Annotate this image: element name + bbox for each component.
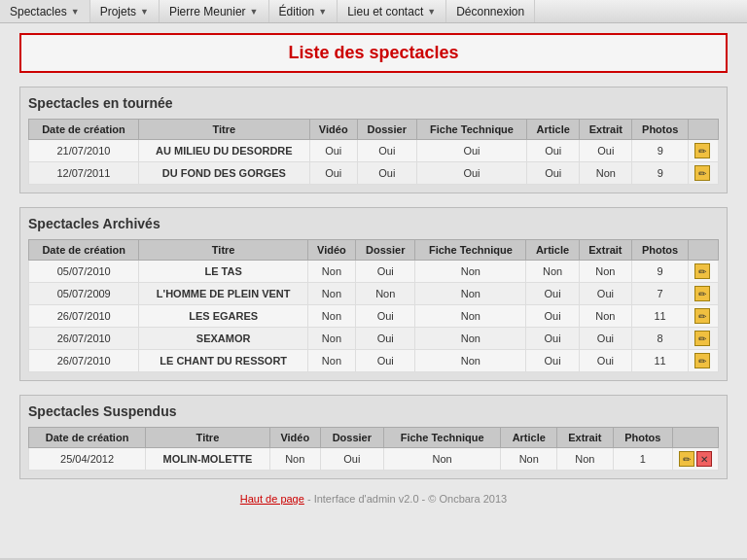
cell-0-1-3: Oui: [357, 162, 416, 185]
nav-projets-label: Projets: [100, 5, 136, 18]
nav-lieu-contact-label: Lieu et contact: [347, 5, 423, 18]
cell-0-0-6: Oui: [580, 140, 632, 162]
cell-1-2-7: 11: [632, 305, 689, 328]
cell-0-0-7: 9: [632, 140, 689, 162]
cell-1-1-7: 7: [632, 283, 689, 305]
cell-1-0-4: Non: [415, 261, 526, 283]
table-row: 26/07/2010SEXAMORNonOuiNonOuiOui8✏: [29, 328, 719, 350]
cell-1-0-5: Non: [526, 261, 579, 283]
section-title-1: Spectacles Archivés: [28, 216, 719, 231]
cell-1-0-0: 05/07/2010: [29, 261, 139, 283]
cell-1-1-1: L'HOMME DE PLEIN VENT: [139, 283, 307, 305]
cell-0-0-2: Oui: [309, 140, 357, 162]
cell-1-2-0: 26/07/2010: [29, 305, 139, 328]
cell-0-0-5: Oui: [527, 140, 580, 162]
section-title-2: Spectacles Suspendus: [28, 403, 719, 419]
edit-button-1-1[interactable]: ✏: [694, 286, 710, 301]
cell-1-2-6: Non: [579, 305, 631, 328]
cell-0-0-3: Oui: [357, 140, 416, 162]
edit-button-2-0[interactable]: ✏: [679, 451, 694, 467]
edit-button-0-0[interactable]: ✏: [694, 143, 710, 158]
delete-button-2-0[interactable]: ✕: [696, 451, 712, 467]
cell-2-0-2: Non: [269, 448, 320, 471]
col-header-0-8: [689, 120, 719, 140]
col-header-1-2: Vidéo: [307, 240, 355, 261]
col-header-0-1: Titre: [138, 120, 309, 140]
col-header-1-3: Dossier: [356, 240, 415, 261]
cell-0-0-0: 21/07/2010: [29, 140, 139, 162]
cell-actions-1-4: ✏: [689, 350, 719, 372]
cell-0-0-4: Oui: [416, 140, 526, 162]
cell-1-3-0: 26/07/2010: [29, 328, 139, 350]
col-header-0-4: Fiche Technique: [416, 120, 526, 140]
cell-1-0-2: Non: [307, 261, 355, 283]
cell-2-0-0: 25/04/2012: [29, 448, 146, 471]
col-header-2-8: [673, 428, 719, 448]
cell-1-4-6: Oui: [579, 350, 631, 372]
table-row: 26/07/2010LE CHANT DU RESSORTNonOuiNonOu…: [29, 350, 719, 372]
table-row: 25/04/2012MOLIN-MOLETTENonOuiNonNonNon1✏…: [29, 448, 719, 471]
nav-pierre-meunier[interactable]: Pierre Meunier ▼: [160, 0, 269, 22]
page-title: Liste des spectacles: [29, 43, 718, 63]
cell-1-4-3: Oui: [356, 350, 415, 372]
cell-1-2-5: Oui: [526, 305, 579, 328]
cell-0-1-6: Non: [580, 162, 632, 185]
edit-button-1-2[interactable]: ✏: [694, 308, 710, 324]
cell-1-3-5: Oui: [526, 328, 579, 350]
table-0: Date de créationTitreVidéoDossierFiche T…: [28, 119, 719, 185]
cell-1-0-1: LE TAS: [139, 261, 307, 283]
nav-projets-arrow: ▼: [140, 7, 149, 17]
table-row: 26/07/2010LES EGARESNonOuiNonOuiNon11✏: [29, 305, 719, 328]
navigation: Spectacles ▼ Projets ▼ Pierre Meunier ▼ …: [0, 0, 747, 23]
cell-2-0-3: Oui: [320, 448, 383, 471]
cell-1-0-6: Non: [579, 261, 631, 283]
section-title-0: Spectacles en tournée: [28, 95, 719, 111]
col-header-1-0: Date de création: [29, 240, 139, 261]
cell-1-0-3: Oui: [356, 261, 415, 283]
cell-0-1-2: Oui: [309, 162, 357, 185]
nav-edition-arrow: ▼: [318, 7, 327, 17]
nav-projets[interactable]: Projets ▼: [90, 0, 160, 22]
section-2: Spectacles SuspendusDate de créationTitr…: [19, 395, 728, 479]
cell-1-3-6: Oui: [579, 328, 631, 350]
edit-button-1-3[interactable]: ✏: [694, 331, 710, 346]
cell-1-1-0: 05/07/2009: [29, 283, 139, 305]
cell-0-0-1: AU MILIEU DU DESORDRE: [138, 140, 309, 162]
nav-deconnexion[interactable]: Déconnexion: [446, 0, 535, 22]
cell-actions-0-1: ✏: [689, 162, 719, 185]
table-1: Date de créationTitreVidéoDossierFiche T…: [28, 239, 719, 372]
cell-0-1-1: DU FOND DES GORGES: [138, 162, 309, 185]
edit-button-1-0[interactable]: ✏: [694, 263, 710, 279]
cell-1-2-2: Non: [307, 305, 355, 328]
footer-top-link[interactable]: Haut de page: [240, 493, 304, 505]
col-header-1-1: Titre: [139, 240, 307, 261]
col-header-2-4: Fiche Technique: [383, 428, 501, 448]
nav-lieu-contact[interactable]: Lieu et contact ▼: [338, 0, 446, 22]
cell-2-0-6: Non: [557, 448, 614, 471]
cell-1-0-7: 9: [632, 261, 689, 283]
edit-button-0-1[interactable]: ✏: [694, 165, 710, 181]
edit-button-1-4[interactable]: ✏: [694, 353, 710, 368]
cell-0-1-5: Oui: [527, 162, 580, 185]
cell-1-3-3: Oui: [356, 328, 415, 350]
cell-1-2-1: LES EGARES: [139, 305, 307, 328]
col-header-1-4: Fiche Technique: [415, 240, 526, 261]
cell-0-1-0: 12/07/2011: [29, 162, 139, 185]
nav-spectacles-label: Spectacles: [10, 5, 67, 18]
nav-deconnexion-label: Déconnexion: [456, 5, 524, 18]
cell-1-4-5: Oui: [526, 350, 579, 372]
col-header-0-0: Date de création: [29, 120, 139, 140]
nav-pierre-meunier-arrow: ▼: [250, 7, 259, 17]
nav-edition[interactable]: Édition ▼: [269, 0, 338, 22]
col-header-0-2: Vidéo: [309, 120, 357, 140]
nav-spectacles-arrow: ▼: [71, 7, 80, 17]
section-0: Spectacles en tournéeDate de créationTit…: [19, 87, 728, 193]
table-row: 12/07/2011DU FOND DES GORGESOuiOuiOuiOui…: [29, 162, 719, 185]
nav-spectacles[interactable]: Spectacles ▼: [0, 0, 90, 22]
cell-0-1-4: Oui: [416, 162, 526, 185]
cell-actions-1-0: ✏: [689, 261, 719, 283]
cell-1-1-5: Oui: [526, 283, 579, 305]
col-header-1-8: [689, 240, 719, 261]
cell-2-0-4: Non: [383, 448, 501, 471]
cell-2-0-5: Non: [501, 448, 557, 471]
